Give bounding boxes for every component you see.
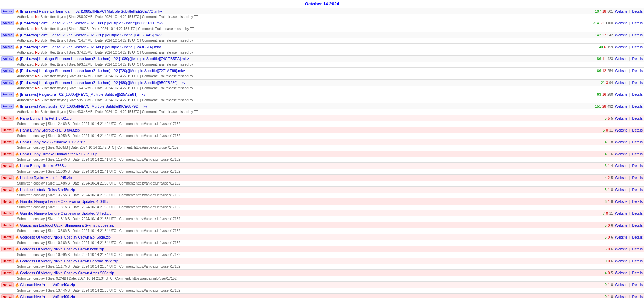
torrent-title-link[interactable]: [Erai-raws] Seirei Gensouki 2nd Season -… — [20, 33, 592, 37]
completed-count: 159 — [607, 45, 613, 49]
torrent-title-link[interactable]: [Erai-raws] Seirei Gensouki 2nd Season -… — [20, 21, 591, 25]
torrent-stats: 7011 — [603, 212, 613, 215]
torrent-right-section: 405Website | Details — [605, 271, 643, 275]
torrent-stats: 314 — [605, 164, 613, 168]
website-link[interactable]: Website — [615, 117, 627, 120]
torrent-meta: Submitter: cosplay | Size: 11.81MB | Dat… — [0, 216, 644, 222]
details-link[interactable]: Details — [632, 33, 643, 37]
details-link[interactable]: Details — [632, 117, 643, 120]
website-link[interactable]: Website — [615, 235, 627, 239]
torrent-right-section: 7011Website | Details — [603, 212, 643, 215]
torrent-title-link[interactable]: Gumiho Hannya Lenore Castlevania Updated… — [20, 199, 602, 204]
torrent-title-link[interactable]: [Erai-raws] Wajutsushi - 03 [1080p][HEVC… — [20, 104, 592, 108]
details-link[interactable]: Details — [632, 235, 643, 239]
details-link[interactable]: Details — [632, 57, 643, 61]
torrent-title-link[interactable]: Hana Bunny Himeko 6763.zip — [20, 164, 602, 168]
details-link[interactable]: Details — [632, 69, 643, 73]
details-link[interactable]: Details — [632, 164, 643, 168]
website-link[interactable]: Website — [615, 164, 627, 168]
website-link[interactable]: Website — [615, 176, 627, 180]
website-link[interactable]: Website — [615, 224, 627, 227]
torrent-icon: 🔥 — [15, 45, 19, 49]
torrent-title-link[interactable]: [Erai-raws] Houkago Shounen Hanako-kun (… — [20, 69, 594, 73]
website-link[interactable]: Website — [615, 93, 627, 97]
details-link[interactable]: Details — [632, 188, 643, 192]
torrent-title-link[interactable]: Guaxichan Lostdool Uzuki Shimamura Swims… — [20, 223, 602, 227]
torrent-title-link[interactable]: Glamarchive Yume Vol1 b409.zip — [20, 295, 602, 298]
torrent-title-link[interactable]: [Erai-raws] Raise wa Tanin ga Ii - 02 [1… — [20, 9, 592, 13]
torrent-title-link[interactable]: [Erai-raws] Haigakura - 02 [1080p][HEVC]… — [20, 92, 594, 97]
separator: | — [629, 212, 630, 215]
website-link[interactable]: Website — [615, 212, 627, 215]
details-link[interactable]: Details — [632, 81, 643, 85]
website-link[interactable]: Website — [615, 81, 627, 85]
separator: | — [629, 200, 630, 204]
details-link[interactable]: Details — [632, 247, 643, 251]
details-link[interactable]: Details — [632, 224, 643, 227]
category-badge: Hentai — [1, 282, 14, 287]
website-link[interactable]: Website — [615, 57, 627, 61]
website-link[interactable]: Website — [615, 140, 627, 144]
torrent-meta: Submitter: cosplay | Size: 9.2MB | Date:… — [0, 276, 644, 281]
torrent-title-link[interactable]: Hana Bunny No235 Yumeko 1 125d.zip — [20, 140, 602, 144]
website-link[interactable]: Website — [615, 247, 627, 251]
website-link[interactable]: Website — [615, 45, 627, 49]
torrent-right-section: 010Website | Details — [605, 283, 643, 287]
torrent-title-link[interactable]: Hana Bunny Tifa Pet 1 8f02.zip — [20, 116, 602, 120]
category-badge: Hentai — [1, 270, 14, 275]
details-link[interactable]: Details — [632, 21, 643, 25]
torrent-title-link[interactable]: Hackee Ryuko Matoi 4 a9f5.zip — [20, 176, 602, 180]
torrent-stats: 506 — [605, 235, 613, 239]
torrent-title-link[interactable]: Goddess Of Victory Nikke Cosplay Crown A… — [20, 271, 602, 275]
website-link[interactable]: Website — [615, 295, 627, 298]
details-link[interactable]: Details — [632, 200, 643, 204]
website-link[interactable]: Website — [615, 128, 627, 132]
website-link[interactable]: Website — [615, 10, 627, 13]
website-link[interactable]: Website — [615, 271, 627, 275]
website-link[interactable]: Website — [615, 21, 627, 25]
website-link[interactable]: Website — [615, 69, 627, 73]
torrent-title-link[interactable]: Hana Bunny Himeko Honkai Star Rail 26e9.… — [20, 152, 602, 156]
website-link[interactable]: Website — [615, 152, 627, 156]
website-link[interactable]: Website — [615, 200, 627, 204]
torrent-title-link[interactable]: [Erai-raws] Houkago Shounen Hanako-kun (… — [20, 81, 598, 85]
completed-count: 8 — [611, 200, 613, 204]
details-link[interactable]: Details — [632, 259, 643, 263]
torrent-title-link[interactable]: [Erai-raws] Houkago Shounen Hanako-kun (… — [20, 57, 594, 61]
details-link[interactable]: Details — [632, 10, 643, 13]
details-link[interactable]: Details — [632, 295, 643, 298]
details-link[interactable]: Details — [632, 271, 643, 275]
torrent-title-link[interactable]: Goddess Of Victory Nikke Cosplay Crown b… — [20, 247, 602, 251]
details-link[interactable]: Details — [632, 283, 643, 287]
details-link[interactable]: Details — [632, 45, 643, 49]
torrent-title-link[interactable]: Glamarchive Yume Vol2 b40a.zip — [20, 283, 602, 287]
torrent-title-link[interactable]: Goddess Of Victory Nikke Cosplay Crown E… — [20, 235, 602, 239]
completed-count: 11 — [609, 212, 613, 215]
website-link[interactable]: Website — [615, 259, 627, 263]
torrent-meta: Submitter: cosplay | Size: 11.94MB | Dat… — [0, 157, 644, 162]
torrent-right-section: 8611423Website | Details — [597, 57, 643, 61]
leecher-count: 12 — [602, 69, 606, 73]
website-link[interactable]: Website — [615, 105, 627, 108]
details-link[interactable]: Details — [632, 105, 643, 108]
torrent-title-link[interactable]: Goddess Of Victory Nikke Cosplay Crown B… — [20, 259, 602, 263]
torrent-title-link[interactable]: Gumiho Hannya Lenore Castlevania Updated… — [20, 211, 600, 215]
torrent-row: Anime🔥[Erai-raws] Raise wa Tanin ga Ii -… — [0, 8, 644, 14]
completed-count: 0 — [611, 283, 613, 287]
details-link[interactable]: Details — [632, 93, 643, 97]
details-link[interactable]: Details — [632, 140, 643, 144]
completed-count: 11 — [609, 128, 613, 132]
torrent-title-link[interactable]: Hana Bunny Starbucks Ei 3 f043.zip — [20, 128, 600, 132]
torrent-title-link[interactable]: Hackee Historia Reiss 3 a45d.zip — [20, 188, 602, 192]
details-link[interactable]: Details — [632, 128, 643, 132]
torrent-stats: 416 — [605, 152, 613, 156]
website-link[interactable]: Website — [615, 33, 627, 37]
details-link[interactable]: Details — [632, 176, 643, 180]
website-link[interactable]: Website — [615, 188, 627, 192]
details-link[interactable]: Details — [632, 212, 643, 215]
category-badge: Hentai — [1, 152, 14, 156]
website-link[interactable]: Website — [615, 283, 627, 287]
details-link[interactable]: Details — [632, 152, 643, 156]
torrent-title-link[interactable]: [Erai-raws] Seirei Gensouki 2nd Season -… — [20, 45, 596, 49]
category-badge: Anime — [1, 56, 14, 61]
